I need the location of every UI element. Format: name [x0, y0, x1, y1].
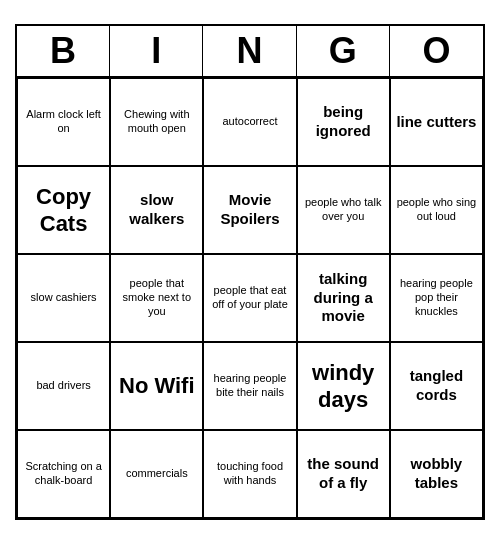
header-letter-o: O	[390, 26, 483, 76]
bingo-cell-6: slow walkers	[110, 166, 203, 254]
bingo-cell-9: people who sing out loud	[390, 166, 483, 254]
bingo-grid: Alarm clock left onChewing with mouth op…	[17, 78, 483, 518]
bingo-card: BINGO Alarm clock left onChewing with mo…	[15, 24, 485, 520]
bingo-cell-16: No Wifi	[110, 342, 203, 430]
bingo-cell-18: windy days	[297, 342, 390, 430]
bingo-cell-20: Scratching on a chalk-board	[17, 430, 110, 518]
bingo-cell-5: Copy Cats	[17, 166, 110, 254]
bingo-cell-10: slow cashiers	[17, 254, 110, 342]
bingo-cell-1: Chewing with mouth open	[110, 78, 203, 166]
bingo-cell-2: autocorrect	[203, 78, 296, 166]
bingo-cell-7: Movie Spoilers	[203, 166, 296, 254]
header-letter-b: B	[17, 26, 110, 76]
bingo-cell-0: Alarm clock left on	[17, 78, 110, 166]
bingo-cell-21: commercials	[110, 430, 203, 518]
header-letter-g: G	[297, 26, 390, 76]
bingo-cell-11: people that smoke next to you	[110, 254, 203, 342]
bingo-cell-4: line cutters	[390, 78, 483, 166]
bingo-cell-23: the sound of a fly	[297, 430, 390, 518]
bingo-cell-3: being ignored	[297, 78, 390, 166]
bingo-cell-12: people that eat off of your plate	[203, 254, 296, 342]
bingo-header: BINGO	[17, 26, 483, 78]
bingo-cell-8: people who talk over you	[297, 166, 390, 254]
header-letter-n: N	[203, 26, 296, 76]
bingo-cell-24: wobbly tables	[390, 430, 483, 518]
bingo-cell-14: hearing people pop their knuckles	[390, 254, 483, 342]
header-letter-i: I	[110, 26, 203, 76]
bingo-cell-22: touching food with hands	[203, 430, 296, 518]
bingo-cell-15: bad drivers	[17, 342, 110, 430]
bingo-cell-13: talking during a movie	[297, 254, 390, 342]
bingo-cell-17: hearing people bite their nails	[203, 342, 296, 430]
bingo-cell-19: tangled cords	[390, 342, 483, 430]
